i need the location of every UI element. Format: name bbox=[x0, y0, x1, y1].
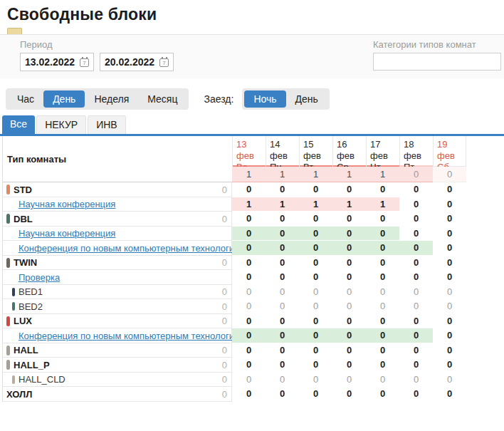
row-label-cell: LUX0 bbox=[3, 314, 232, 329]
table-row: Научная конференция0000000 bbox=[3, 227, 466, 242]
table-row: ХОЛЛ00000000 bbox=[3, 387, 466, 402]
block-link[interactable]: Проверка bbox=[19, 272, 60, 283]
filter-panel: Период 13.02.2022 20.02.2022 Категории т… bbox=[0, 34, 504, 78]
row-label-cell: HALL0 bbox=[3, 343, 232, 358]
value-cell: 0 bbox=[232, 256, 266, 271]
panel-tab-chip[interactable] bbox=[7, 28, 22, 34]
value-cell: 0 bbox=[232, 285, 266, 300]
value-cell: 0 bbox=[433, 358, 466, 373]
column-date: 15 фев bbox=[303, 139, 332, 162]
value-cell: 0 bbox=[399, 227, 433, 242]
arrival-night[interactable]: Ночь bbox=[244, 90, 285, 108]
room-type-marker bbox=[6, 316, 10, 326]
arrival-toggle: Ночь День bbox=[242, 88, 329, 110]
room-type-marker bbox=[6, 360, 10, 370]
room-type-marker bbox=[6, 214, 10, 224]
value-cell: 0 bbox=[299, 256, 332, 271]
value-cell: 0 bbox=[433, 212, 466, 227]
column-header: 13 февВс bbox=[232, 136, 266, 167]
block-link[interactable]: Научная конференция bbox=[19, 199, 115, 209]
block-link[interactable]: Научная конференция bbox=[19, 228, 115, 239]
value-cell: 0 bbox=[299, 328, 332, 343]
value-cell: 0 bbox=[332, 182, 366, 197]
value-cell: 0 bbox=[299, 182, 332, 197]
tab-nekur[interactable]: НЕКУР bbox=[36, 115, 86, 134]
room-type-label: BED2 bbox=[19, 301, 43, 312]
value-cell: 0 bbox=[299, 299, 332, 314]
tab-inv[interactable]: ИНВ bbox=[88, 115, 126, 134]
free-blocks-table: Тип комнаты 13 февВс14 февПн15 февВт16 ф… bbox=[2, 136, 466, 402]
view-mode-week[interactable]: Неделя bbox=[85, 90, 138, 108]
column-date: 13 фев bbox=[236, 139, 266, 162]
view-mode-day[interactable]: День bbox=[43, 90, 85, 108]
value-cell: 0 bbox=[299, 343, 332, 358]
value-cell: 0 bbox=[299, 241, 332, 256]
calendar-icon[interactable] bbox=[159, 58, 169, 67]
room-type-label: HALL_CLD bbox=[19, 374, 65, 385]
row-label-cell: BED20 bbox=[3, 299, 232, 314]
value-cell: 0 bbox=[433, 241, 466, 256]
value-cell: 0 bbox=[266, 387, 299, 402]
room-type-marker bbox=[6, 346, 10, 355]
value-cell: 0 bbox=[232, 270, 266, 285]
value-cell: 0 bbox=[332, 387, 366, 402]
value-cell: 0 bbox=[366, 314, 399, 329]
value-cell: 0 bbox=[232, 343, 266, 358]
column-header: 17 февЧт bbox=[366, 136, 399, 167]
value-cell: 0 bbox=[299, 212, 332, 227]
table-row: Конференция по новым компьютерным технол… bbox=[3, 328, 466, 343]
value-cell: 0 bbox=[232, 387, 266, 402]
room-type-marker bbox=[12, 288, 15, 296]
column-date: 16 фев bbox=[337, 139, 366, 162]
row-label-cell: HALL_CLD0 bbox=[3, 373, 232, 388]
value-cell: 0 bbox=[266, 328, 299, 343]
room-type-marker bbox=[12, 302, 15, 311]
room-type-label: HALL bbox=[14, 345, 38, 355]
row-count: 0 bbox=[222, 345, 232, 355]
tab-bar: Все НЕКУР ИНВ bbox=[0, 115, 504, 136]
row-count: 0 bbox=[222, 257, 232, 268]
date-from-input[interactable]: 13.02.2022 bbox=[20, 53, 94, 71]
table-row: DBL00000000 bbox=[3, 212, 466, 227]
value-cell: 1 bbox=[266, 197, 299, 212]
value-cell: 0 bbox=[299, 373, 332, 388]
column-date: 19 фев bbox=[437, 139, 466, 162]
tab-all[interactable]: Все bbox=[2, 115, 35, 134]
value-cell: 0 bbox=[266, 182, 299, 197]
arrival-day[interactable]: День bbox=[286, 90, 327, 108]
category-group: Категории типов комнат bbox=[373, 39, 501, 71]
block-link[interactable]: Конференция по новым компьютерным технол… bbox=[19, 331, 246, 341]
block-link[interactable]: Конференция по новым компьютерным технол… bbox=[19, 243, 246, 254]
calendar-icon[interactable] bbox=[80, 58, 89, 67]
room-type-label: STD bbox=[14, 185, 32, 195]
view-mode-month[interactable]: Месяц bbox=[138, 90, 187, 108]
value-cell: 1 bbox=[232, 197, 266, 212]
column-header: 18 февПт bbox=[399, 136, 433, 167]
room-categories-input[interactable] bbox=[373, 53, 501, 71]
row-count: 0 bbox=[222, 185, 232, 195]
table-row: Проверка0000000 bbox=[3, 270, 466, 285]
value-cell: 0 bbox=[399, 197, 433, 212]
summary-cell: 0 bbox=[433, 167, 466, 182]
room-type-label: TWIN bbox=[14, 257, 37, 268]
value-cell: 0 bbox=[332, 270, 366, 285]
value-cell: 0 bbox=[266, 270, 299, 285]
value-cell: 0 bbox=[366, 285, 399, 300]
table-row: Конференция по новым компьютерным технол… bbox=[3, 241, 466, 256]
value-cell: 0 bbox=[299, 314, 332, 329]
value-cell: 0 bbox=[266, 343, 299, 358]
value-cell: 0 bbox=[399, 358, 433, 373]
type-column-header: Тип комнаты bbox=[3, 136, 232, 182]
row-label-cell: STD0 bbox=[3, 182, 232, 197]
column-date: 18 фев bbox=[404, 139, 433, 162]
row-count: 0 bbox=[222, 301, 232, 312]
value-cell: 0 bbox=[332, 256, 366, 271]
value-cell: 0 bbox=[232, 227, 266, 242]
value-cell: 0 bbox=[399, 373, 433, 388]
date-to-input[interactable]: 20.02.2022 bbox=[100, 53, 174, 71]
column-date: 14 фев bbox=[270, 139, 299, 162]
value-cell: 0 bbox=[366, 256, 399, 271]
value-cell: 0 bbox=[399, 182, 433, 197]
value-cell: 0 bbox=[299, 270, 332, 285]
view-mode-hour[interactable]: Час bbox=[8, 90, 43, 108]
